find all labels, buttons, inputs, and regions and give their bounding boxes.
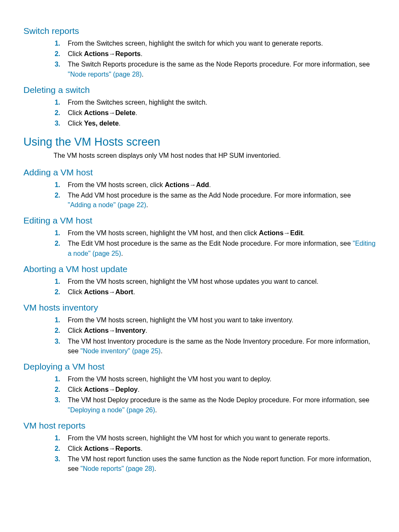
bold-text: Actions [165,181,189,188]
text-run: . [133,288,135,296]
step-item: 1.From the VM hosts screen, highlight th… [54,433,376,443]
bold-text: Actions [84,50,109,57]
bold-text: Actions [84,288,109,296]
step-item: 3.The VM host Inventory procedure is the… [54,337,376,356]
text-run: From the VM hosts screen, highlight the … [68,229,259,236]
text-run: . [141,445,142,452]
step-item: 2.Click Actions→Delete. [54,108,376,118]
step-number: 1. [54,374,68,384]
step-text: Click Actions→Reports. [68,49,376,59]
step-text: Click Actions→Delete. [68,108,376,118]
step-text: The VM host report function uses the sam… [68,454,376,473]
step-text: The VM host Inventory procedure is the s… [68,337,376,356]
step-list: 1.From the VM hosts screen, highlight th… [54,228,376,258]
step-number: 2. [54,287,68,297]
step-number: 1. [54,180,68,190]
step-item: 2.Click Actions→Deploy. [54,385,376,394]
text-run: The Switch Reports procedure is the same… [68,61,370,68]
bold-text: Actions [84,327,109,334]
step-number: 1. [54,228,68,238]
text-run: → [109,288,115,296]
text-run: The Edit VM host procedure is the same a… [68,240,353,247]
section-heading-2: Aborting a VM host update [23,264,376,274]
text-run: The VM host Deploy procedure is the same… [68,396,369,403]
step-number: 2. [54,190,68,200]
section-heading-2: Deleting a switch [23,85,376,95]
text-run: . [121,250,123,257]
step-number: 1. [54,277,68,286]
step-number: 2. [54,49,68,59]
cross-reference-link[interactable]: "Adding a node" (page 22) [68,201,146,208]
step-item: 2.Click Actions→Reports. [54,49,376,59]
text-run: . [136,109,137,116]
text-run: . [119,120,120,127]
step-number: 3. [54,454,68,464]
step-number: 1. [54,39,68,48]
section-intro: The VM hosts screen displays only VM hos… [54,151,376,160]
bold-text: Edit [290,229,303,236]
text-run: Click [68,120,84,127]
text-run: Click [68,386,84,393]
section-heading-2: VM host reports [23,421,376,431]
text-run: → [109,386,115,393]
step-text: From the VM hosts screen, highlight the … [68,433,376,443]
step-list: 1.From the Switches screen, highlight th… [54,98,376,129]
text-run: . [161,347,162,355]
bold-text: Add [196,181,209,188]
step-item: 3.The VM host Deploy procedure is the sa… [54,395,376,414]
bold-text: Reports [115,50,141,57]
bold-text: Abort [115,288,133,296]
text-run: . [141,50,142,57]
step-list: 1.From the VM hosts screen, highlight th… [54,433,376,474]
text-run: → [109,327,115,334]
bold-text: Actions [84,109,109,116]
step-number: 2. [54,108,68,118]
bold-text: Yes, delete [84,120,119,127]
text-run: Click [68,109,84,116]
step-text: Click Actions→Inventory. [68,326,376,335]
step-number: 2. [54,239,68,248]
bold-text: Actions [84,386,109,393]
step-item: 2.The Add VM host procedure is the same … [54,190,376,210]
text-run: . [142,71,143,78]
cross-reference-link[interactable]: "Node reports" (page 28) [68,71,142,78]
step-item: 1.From the VM hosts screen, highlight th… [54,277,376,286]
step-list: 1.From the Switches screen, highlight th… [54,39,376,79]
step-number: 2. [54,385,68,394]
step-text: The Edit VM host procedure is the same a… [68,239,376,258]
text-run: . [138,386,139,393]
step-list: 1.From the VM hosts screen, highlight th… [54,315,376,356]
cross-reference-link[interactable]: "Node inventory" (page 25) [80,347,161,355]
step-text: From the VM hosts screen, highlight the … [68,374,376,384]
bold-text: Delete [115,109,136,116]
section-heading-2: Editing a VM host [23,216,376,226]
bold-text: Actions [84,445,109,452]
cross-reference-link[interactable]: "Deploying a node" (page 26) [68,406,155,414]
text-run: Click [68,327,84,334]
step-text: Click Actions→Deploy. [68,385,376,394]
step-number: 3. [54,59,68,69]
cross-reference-link[interactable]: "Node reports" (page 28) [80,465,154,472]
step-number: 3. [54,395,68,405]
step-item: 2.The Edit VM host procedure is the same… [54,239,376,258]
step-number: 1. [54,98,68,107]
text-run: Click [68,445,84,452]
text-run: → [109,109,115,116]
step-item: 1.From the VM hosts screen, highlight th… [54,315,376,325]
text-run: From the VM hosts screen, highlight the … [68,278,318,285]
step-text: Click Yes, delete. [68,118,376,128]
bold-text: Inventory [115,327,146,334]
step-item: 3.The VM host report function uses the s… [54,454,376,473]
step-text: From the VM hosts screen, highlight the … [68,228,376,238]
step-item: 1.From the VM hosts screen, highlight th… [54,374,376,384]
step-item: 2.Click Actions→Reports. [54,444,376,453]
bold-text: Reports [115,445,141,452]
step-item: 2.Click Actions→Inventory. [54,326,376,335]
bold-text: Actions [259,229,284,236]
step-text: The Add VM host procedure is the same as… [68,190,376,210]
step-text: From the VM hosts screen, click Actions→… [68,180,376,190]
step-list: 1.From the VM hosts screen, click Action… [54,180,376,210]
text-run: . [303,229,304,236]
step-text: The Switch Reports procedure is the same… [68,59,376,79]
step-item: 1.From the Switches screen, highlight th… [54,98,376,107]
